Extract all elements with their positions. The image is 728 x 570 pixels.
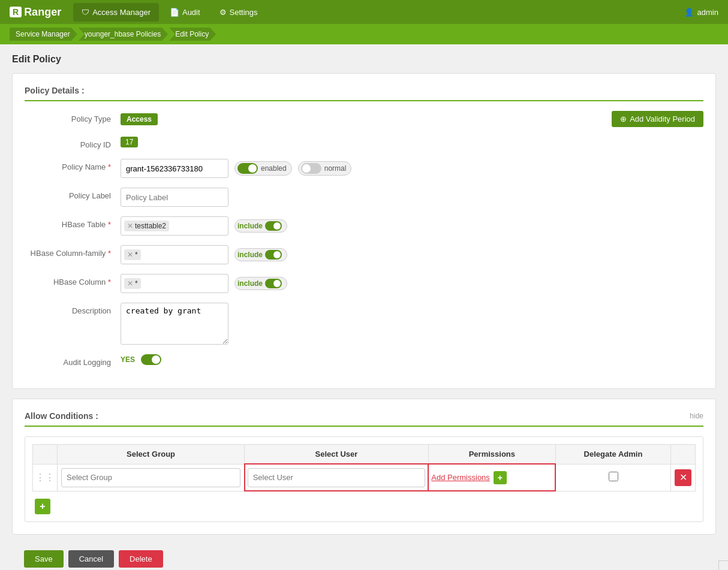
hbase-table-control: ✕ testtable2 include [121,216,703,236]
include-column-toggle[interactable] [265,279,282,288]
normal-label: normal [324,164,347,173]
delegate-admin-cell [555,464,670,491]
include-family-knob [273,251,281,258]
enabled-toggle-wrap[interactable]: enabled [234,161,292,176]
toggle-knob [248,164,257,173]
policy-id-label: Policy ID [25,137,121,149]
normal-toggle-wrap[interactable]: normal [298,161,352,176]
nav-label-access-manager: Access Manager [92,8,151,17]
select-user-input[interactable] [248,468,426,487]
main-content: Edit Policy Policy Details : Policy Type… [0,44,728,570]
hbase-column-family-control: ✕ * include [121,245,703,264]
gear-icon: ⚙ [219,8,227,17]
nav-label-audit: Audit [182,8,200,17]
remove-family-tag-icon[interactable]: ✕ [127,251,133,259]
conditions-table: Select Group Select User Permissions Del… [32,444,696,491]
breadcrumb-edit-policy[interactable]: Edit Policy [169,28,216,41]
audit-logging-knob [152,355,160,364]
shield-icon: 🛡 [82,8,89,17]
audit-logging-label: Audit Logging [25,354,121,367]
include-table-toggle[interactable] [265,221,282,231]
normal-toggle[interactable] [301,163,321,174]
audit-logging-row: Audit Logging YES [25,354,703,367]
allow-conditions-title: Allow Conditions : [25,411,98,421]
delegate-admin-checkbox[interactable] [609,472,618,481]
breadcrumb-policies[interactable]: younger_hbase Policies [79,28,168,41]
username: admin [697,8,718,17]
hbase-table-row: HBase Table * ✕ testtable2 include [25,216,703,236]
add-row-container: + [32,491,696,514]
cancel-button[interactable]: Cancel [68,550,114,568]
page-title: Edit Policy [12,54,716,65]
save-button[interactable]: Save [24,550,64,568]
drag-handle[interactable]: ⋮⋮ [33,464,58,491]
nav-item-access-manager[interactable]: 🛡 Access Manager [73,3,159,22]
hbase-column-include-toggle[interactable]: include [234,277,287,290]
select-user-header: Select User [245,445,429,465]
hbase-table-input[interactable]: ✕ testtable2 [121,216,228,236]
policy-id-value: 17 [121,137,138,147]
nav-item-audit[interactable]: 📄 Audit [161,3,209,22]
hbase-column-family-tag: ✕ * [124,249,141,260]
allow-conditions-section: Allow Conditions : hide Select Group Sel… [12,399,716,535]
user-menu[interactable]: 👤 admin [684,8,718,17]
include-table-knob [273,222,281,230]
policy-type-label: Policy Type [25,111,121,123]
include-family-toggle[interactable] [265,250,282,260]
toggle-knob-normal [302,164,311,173]
drag-column-header [33,445,58,465]
policy-label-row: Policy Label [25,188,703,207]
nav-item-settings[interactable]: ⚙ Settings [211,3,266,22]
brand-logo[interactable]: R Ranger [10,6,61,19]
policy-id-row: Policy ID 17 [25,137,703,149]
scrollbar-corner [718,560,728,570]
breadcrumb-service-manager[interactable]: Service Manager [10,28,77,41]
policy-name-input[interactable] [121,159,228,178]
delegate-admin-header: Delegate Admin [555,445,670,465]
person-icon: 👤 [684,8,694,17]
select-user-cell [245,464,429,491]
hbase-column-family-input[interactable]: ✕ * [121,245,228,264]
policy-name-row: Policy Name * enabled normal [25,159,703,178]
top-navigation: R Ranger 🛡 Access Manager 📄 Audit ⚙ Sett… [0,0,728,24]
delete-button[interactable]: Delete [119,550,163,568]
hide-link[interactable]: hide [690,412,703,420]
hbase-table-include-toggle[interactable]: include [234,219,287,233]
brand-icon: R [10,7,22,17]
policy-label-input[interactable] [121,188,228,207]
hbase-column-tag: ✕ * [124,278,141,289]
audit-logging-toggle[interactable] [141,354,161,365]
remove-table-tag-icon[interactable]: ✕ [127,222,133,230]
description-row: Description created by grant [25,303,703,345]
policy-type-row: Policy Type Access ⊕ Add Validity Period [25,111,703,127]
enabled-label: enabled [261,164,287,173]
hbase-column-row: HBase Column * ✕ * include [25,274,703,293]
delete-row-cell: ✕ [671,464,696,491]
hbase-column-family-include-toggle[interactable]: include [234,248,287,261]
delete-row-button[interactable]: ✕ [675,469,691,486]
enabled-toggle[interactable] [237,163,258,174]
policy-label-control [121,188,703,207]
hbase-column-control: ✕ * include [121,274,703,293]
delete-column-header [671,445,696,465]
add-permissions-button[interactable]: + [494,471,507,484]
policy-details-title: Policy Details : [25,86,703,101]
description-input[interactable]: created by grant [121,303,228,345]
file-icon: 📄 [170,8,179,17]
hbase-table-label: HBase Table * [25,216,121,229]
description-label: Description [25,303,121,315]
add-validity-period-button[interactable]: ⊕ Add Validity Period [612,111,703,127]
policy-label-label: Policy Label [25,188,121,200]
add-permissions-link[interactable]: Add Permissions [431,473,490,482]
policy-details-card: Policy Details : Policy Type Access ⊕ Ad… [12,73,716,389]
policy-id-control: 17 [121,137,703,147]
audit-logging-control: YES [121,354,703,365]
hbase-column-input[interactable]: ✕ * [121,274,228,293]
nav-label-settings: Settings [230,8,258,17]
remove-column-tag-icon[interactable]: ✕ [127,279,133,288]
add-row-button[interactable]: + [35,499,50,514]
hbase-column-family-row: HBase Column-family * ✕ * include [25,245,703,264]
include-column-knob [273,280,281,287]
clock-icon: ⊕ [620,114,627,123]
select-group-input[interactable] [61,468,240,487]
